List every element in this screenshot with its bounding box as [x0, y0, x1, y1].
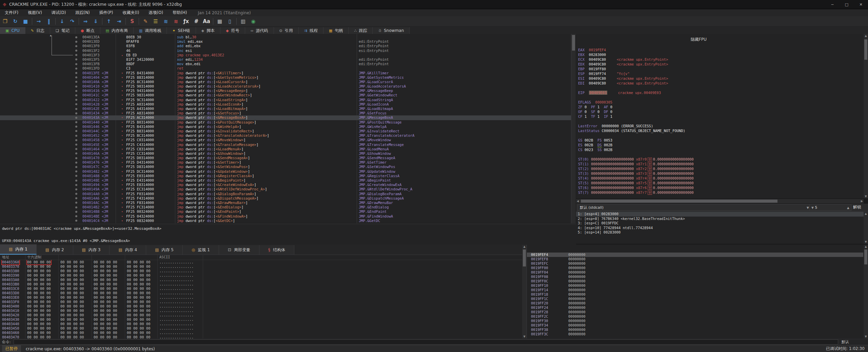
- breakpoint-dot-icon[interactable]: [75, 152, 77, 154]
- tab-调用堆栈[interactable]: ▥调用堆栈: [134, 27, 167, 34]
- stack-row[interactable]: 0019FF1800000000: [527, 292, 863, 297]
- breakpoint-dot-icon[interactable]: [75, 197, 77, 199]
- register-line[interactable]: EDX 00409C80 <crackme upx.EntryPoint>: [578, 62, 694, 67]
- stack-row[interactable]: 0019FF3400000000: [527, 323, 863, 328]
- disasm-row[interactable]: 004014A0 <JM▾FF25 F0314000jmp dword ptr …: [0, 192, 571, 196]
- register-line[interactable]: [578, 133, 694, 138]
- stack-row[interactable]: 0019FF1400000000: [527, 288, 863, 292]
- argument-row[interactable]: 1: [esp+4] 00283000: [576, 212, 864, 217]
- disasm-row[interactable]: 004013F581F7 34120000xor edi,1234edi:Ent…: [0, 57, 571, 62]
- scroll-up-icon[interactable]: ▲: [522, 245, 527, 248]
- disasm-row[interactable]: 0040144C <JM▾FF25 B8314000jmp dword ptr …: [0, 129, 571, 133]
- stepper-down-icon[interactable]: ▼: [811, 206, 814, 209]
- tab-引用[interactable]: ⊙引用: [274, 27, 299, 34]
- scrollbar-thumb[interactable]: [864, 249, 867, 264]
- stack-row[interactable]: 0019FF3C00000000: [527, 332, 863, 336]
- command-mode-select[interactable]: 默认: [842, 339, 849, 345]
- stack-row[interactable]: 0019FF2400000000: [527, 305, 863, 310]
- disasm-row[interactable]: 00401494 <JM▾FF25 E8314000jmp dword ptr …: [0, 183, 571, 187]
- dump-row[interactable]: 0040340000 00 00 0000 00 00 0000 00 00 0…: [0, 304, 527, 309]
- dump-tab-内存 4[interactable]: ▤内存 4: [110, 245, 146, 255]
- dump-row[interactable]: 004033C000 00 00 0000 00 00 0000 00 00 0…: [0, 286, 527, 291]
- dump-row[interactable]: 004033E000 00 00 0000 00 00 0000 00 00 0…: [0, 295, 527, 300]
- dump-tab-结构体[interactable]: §结构体: [259, 245, 294, 255]
- dump-row[interactable]: 004033B000 00 00 0000 00 00 0000 00 00 0…: [0, 282, 527, 286]
- dump-tab-内存 2[interactable]: ▤内存 2: [37, 245, 73, 255]
- restart-icon[interactable]: ↻: [10, 17, 20, 25]
- menu-item[interactable]: 视图(V): [23, 9, 47, 16]
- breakpoint-dot-icon[interactable]: [75, 90, 77, 92]
- disasm-row[interactable]: 004014A6 <JM▾FF25 F4314000jmp dword ptr …: [0, 196, 571, 201]
- trace-coverage-icon[interactable]: ≋: [171, 17, 181, 25]
- breakpoint-dot-icon[interactable]: [75, 184, 77, 186]
- disasm-row[interactable]: 004014AC <JM▾FF25 F8314000jmp dword ptr …: [0, 201, 571, 205]
- memory-icon[interactable]: ▦: [215, 17, 225, 25]
- dump-row[interactable]: 0040344000 00 00 0000 00 00 0000 00 00 0…: [0, 322, 527, 326]
- disasm-row[interactable]: 00401410 <JM▾FF25 90314000jmp dword ptr …: [0, 84, 571, 89]
- stack-row[interactable]: 0019FF3800000000: [527, 328, 863, 332]
- register-line[interactable]: EIP 00409E03 crackme upx.00409E03: [578, 90, 694, 95]
- calling-convention-select[interactable]: 默认 (stdcall) ▼: [577, 204, 811, 211]
- tab-断点[interactable]: ●断点: [75, 27, 100, 34]
- run-icon[interactable]: →: [34, 17, 44, 25]
- stop-icon[interactable]: ■: [20, 17, 31, 25]
- register-line[interactable]: GS 002B FS 0053: [578, 138, 694, 143]
- breakpoint-dot-icon[interactable]: [75, 81, 77, 83]
- breakpoint-dot-icon[interactable]: [75, 157, 77, 159]
- disasm-row[interactable]: 0040140A <JM▾FF25 8C314000jmp dword ptr …: [0, 80, 571, 84]
- breakpoint-dot-icon[interactable]: [75, 170, 77, 172]
- register-line[interactable]: ZF 0 PF 1 AF 0: [578, 105, 694, 109]
- disasm-row[interactable]: 00401452 <JM▾FF25 BC314000jmp dword ptr …: [0, 133, 571, 138]
- breakpoint-dot-icon[interactable]: [75, 139, 77, 141]
- functions-icon[interactable]: ƒx: [181, 17, 191, 25]
- hide-fpu-button[interactable]: 隐藏FPU: [691, 37, 707, 42]
- disasm-row[interactable]: 00401428 <JM▾FF25 A0314000jmp dword ptr …: [0, 102, 571, 107]
- tab-笔记[interactable]: ❏笔记: [50, 27, 75, 34]
- stack-row[interactable]: 0019FEF800000000: [527, 257, 863, 261]
- dump-tab-内存 5[interactable]: ▤内存 5: [146, 245, 183, 255]
- scroll-up-icon[interactable]: ▲: [864, 245, 868, 248]
- unlock-button[interactable]: 解锁: [849, 204, 865, 210]
- disasm-row[interactable]: 00401464 <JM▾FF25 C8314000jmp dword ptr …: [0, 147, 571, 151]
- argument-row[interactable]: 2: [esp+8] 767B6340 <kernel32.BaseThread…: [576, 217, 864, 221]
- scroll-up-icon[interactable]: ▲: [864, 212, 868, 215]
- breakpoint-dot-icon[interactable]: [75, 76, 77, 78]
- dump-row[interactable]: 0040346000 00 00 0000 00 00 0000 00 00 0…: [0, 331, 527, 335]
- scroll-down-icon[interactable]: ▼: [864, 335, 868, 338]
- scroll-down-icon[interactable]: ▼: [864, 195, 868, 198]
- scroll-down-icon[interactable]: ▼: [864, 240, 868, 243]
- register-line[interactable]: [578, 152, 694, 157]
- registers-scrollbar[interactable]: ▲ ▼: [864, 34, 868, 198]
- patches-icon[interactable]: ✎: [140, 17, 151, 25]
- disasm-row[interactable]: 004014B2 <JM▾FF25 FC314000jmp dword ptr …: [0, 205, 571, 209]
- register-line[interactable]: ST(6) 00000000000000000000 x87r6空0.00000…: [578, 185, 694, 190]
- open-file-icon[interactable]: ❐: [0, 17, 10, 25]
- menu-item[interactable]: 跟踪(N): [71, 9, 94, 16]
- tab-符号[interactable]: ◆符号: [220, 27, 245, 34]
- breakpoint-dot-icon[interactable]: [75, 58, 77, 60]
- disasm-row[interactable]: 004013F3▴EB EDjmp crackme upx.4013E2: [0, 53, 571, 57]
- breakpoint-dot-icon[interactable]: [75, 220, 77, 222]
- stack-row[interactable]: 0019FF1C00000000: [527, 297, 863, 301]
- disassembly-scrollbar[interactable]: [571, 34, 576, 223]
- register-line[interactable]: ESP 0019FF74 "Yc{v": [578, 71, 694, 76]
- tab-SEH链[interactable]: ✦SEH链: [167, 27, 196, 34]
- execute-till-return-icon[interactable]: ↑: [104, 17, 114, 25]
- dump-row[interactable]: 0040341000 00 00 0000 00 00 0000 00 00 0…: [0, 309, 527, 313]
- dump-tab-内存 1[interactable]: ▤内存 1: [0, 244, 37, 255]
- menu-item[interactable]: 文件(F): [0, 9, 23, 16]
- pause-icon[interactable]: ‖: [44, 17, 54, 25]
- breakpoint-dot-icon[interactable]: [75, 112, 77, 114]
- menu-item[interactable]: 收藏夹(I): [118, 9, 144, 16]
- breakpoint-dot-icon[interactable]: [75, 135, 77, 137]
- menu-item[interactable]: 调试(D): [47, 9, 71, 16]
- run-to-cursor-icon[interactable]: ⇒: [80, 17, 91, 25]
- menu-item[interactable]: 选项(O): [144, 9, 168, 16]
- disasm-row[interactable]: 004014C4 <JM▾FF25 08324000jmp dword ptr …: [0, 219, 571, 223]
- tab-线程[interactable]: ⇉线程: [299, 27, 323, 34]
- stack-scrollbar[interactable]: ▲ ▼: [864, 245, 868, 338]
- register-line[interactable]: [578, 86, 694, 90]
- scroll-up-icon[interactable]: ▲: [864, 34, 868, 37]
- disasm-row[interactable]: 00401422 <JM▾FF25 9C314000jmp dword ptr …: [0, 98, 571, 102]
- minimize-button[interactable]: ─: [825, 0, 840, 9]
